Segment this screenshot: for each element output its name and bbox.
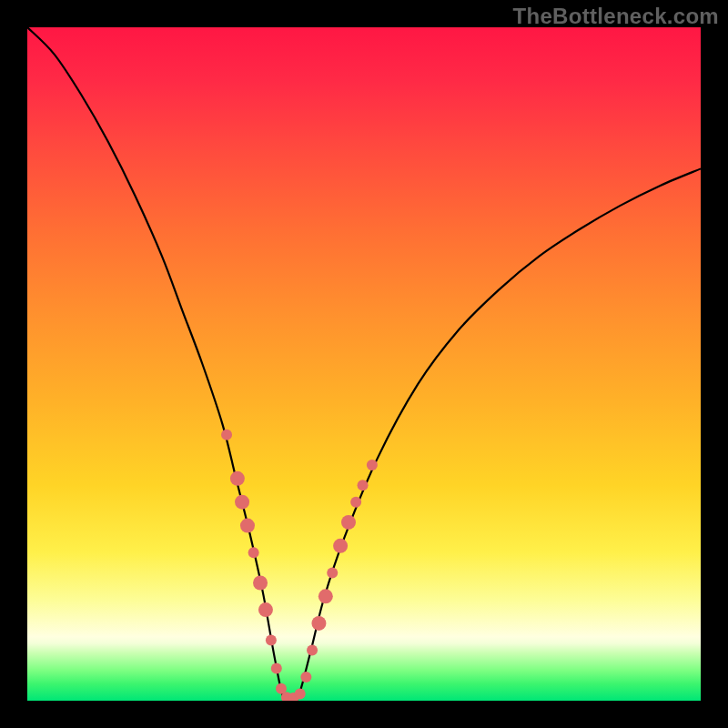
curve-marker — [327, 567, 338, 578]
curve-marker — [271, 662, 282, 673]
curve-marker — [230, 471, 245, 486]
watermark-text: TheBottleneck.com — [513, 4, 719, 29]
curve-marker — [307, 645, 318, 656]
chart-background-gradient — [27, 27, 701, 701]
chart-frame: TheBottleneck.com — [0, 0, 728, 728]
chart-svg — [27, 27, 701, 701]
curve-marker — [248, 547, 259, 558]
curve-marker — [258, 602, 273, 617]
curve-marker — [300, 672, 311, 682]
curve-marker — [295, 689, 306, 700]
chart-plot-area — [27, 27, 701, 701]
curve-marker — [311, 616, 326, 631]
curve-marker — [318, 589, 333, 603]
curve-marker — [350, 497, 361, 508]
curve-marker — [235, 495, 249, 510]
curve-marker — [333, 539, 348, 553]
curve-marker — [240, 519, 255, 533]
curve-marker — [367, 460, 378, 470]
curve-marker — [358, 480, 369, 490]
curve-marker — [253, 576, 268, 591]
curve-marker — [221, 430, 232, 440]
curve-marker — [341, 515, 356, 530]
curve-marker — [266, 634, 277, 645]
